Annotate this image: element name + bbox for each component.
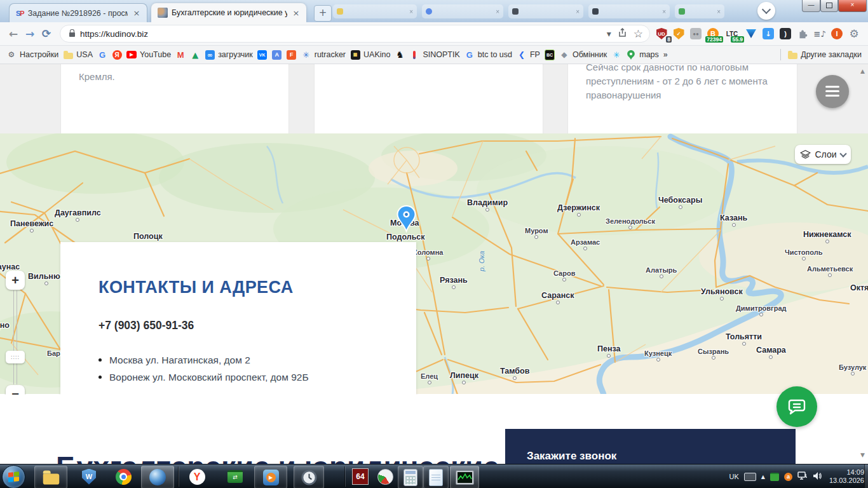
forward-button[interactable]: → <box>22 27 38 40</box>
zoom-out-button[interactable]: − <box>6 385 25 395</box>
ext-info-icon[interactable]: I <box>831 27 843 40</box>
translate-icon: A <box>272 50 282 60</box>
folder-icon <box>63 50 73 60</box>
map-city-label: Гродно <box>0 321 10 330</box>
taskbar-chrome[interactable] <box>111 466 136 487</box>
taskbar-notepad[interactable] <box>423 466 449 488</box>
bookmark-youtube[interactable]: ▶YouTube <box>126 50 171 60</box>
language-indicator[interactable]: UK <box>729 473 739 480</box>
taskbar-memory-tool[interactable]: ⇄ <box>222 466 248 487</box>
bookmark-gmail[interactable]: M <box>175 50 186 60</box>
ext-playlist-icon[interactable]: ≡♪ <box>813 27 826 40</box>
bookmark-fp[interactable]: ❮FP <box>517 50 540 60</box>
bookmark-maps[interactable]: maps <box>626 50 659 60</box>
bookmark-star-icon[interactable]: ☆ <box>634 27 643 40</box>
back-button[interactable]: ← <box>5 27 22 40</box>
scroll-down-arrow[interactable]: ▼ <box>860 452 865 458</box>
bookmark-sinoptik[interactable]: SINOPTIK <box>409 50 459 60</box>
moscow-placemark-icon[interactable] <box>397 205 416 235</box>
gauge-icon <box>377 469 393 485</box>
other-bookmarks[interactable]: Другие закладки <box>787 50 862 60</box>
ext-gear-globe-icon[interactable]: ⚙ <box>848 27 860 40</box>
ext-ud-shield-icon[interactable]: UD 8 <box>655 27 668 40</box>
maximize-button[interactable] <box>820 0 838 12</box>
bookmark-vk[interactable]: VK <box>257 50 268 60</box>
globe-icon <box>149 469 166 485</box>
taskbar-yandex-browser[interactable]: Y <box>184 466 210 487</box>
dropdown-caret-icon[interactable]: ▾ <box>607 29 611 39</box>
bookmark-yandex[interactable]: Я <box>112 50 122 60</box>
page-menu-button[interactable] <box>816 75 849 108</box>
monitor-graph-icon <box>456 470 474 485</box>
layers-button[interactable]: Слои <box>795 145 851 164</box>
keyboard-icon[interactable] <box>744 473 756 481</box>
map-city-label: Октябрьский <box>850 283 868 292</box>
taskbar-explorer[interactable] <box>34 466 67 488</box>
google-icon: G <box>97 50 107 60</box>
taskbar-aida64[interactable]: 64 <box>348 466 372 487</box>
green-tray-icon[interactable] <box>770 473 779 481</box>
tab-2-active[interactable]: Бухгалтерские и юридические ус × <box>151 3 306 22</box>
taskbar-shield-app[interactable]: W <box>76 466 102 487</box>
taskbar-media-player[interactable]: ▶ <box>254 466 287 488</box>
speaker-icon[interactable] <box>813 471 822 482</box>
network-icon[interactable] <box>797 471 808 482</box>
map-city-label: Дзержинск <box>557 203 600 212</box>
tab-search-button[interactable] <box>757 2 775 20</box>
ext-ltc-icon[interactable]: LTC 55.9 <box>724 27 740 40</box>
bookmark-kyivstar[interactable]: ✳ <box>611 50 621 60</box>
ext-adguard-icon[interactable]: ✓ <box>672 27 685 40</box>
bookmark-btc-usd[interactable]: Gbtc to usd <box>465 50 512 60</box>
zoom-slider[interactable] <box>13 290 17 384</box>
taskbar-globe-browser[interactable] <box>141 466 174 488</box>
taskbar-clock-app[interactable] <box>294 466 324 488</box>
hidden-icons-arrow[interactable]: ▲ <box>761 474 765 480</box>
ext-v-gem-icon[interactable] <box>745 27 757 40</box>
scroll-up-arrow[interactable]: ▲ <box>860 68 865 74</box>
minimize-button[interactable]: — <box>802 0 820 12</box>
new-tab-button[interactable]: + <box>314 5 332 22</box>
share-icon[interactable] <box>618 28 627 39</box>
bookmark-bc[interactable]: BC <box>545 50 555 60</box>
bookmark-rutracker[interactable]: ✳rutracker <box>301 50 346 60</box>
bookmark-loader[interactable]: ∞загрузчик <box>205 50 253 60</box>
bookmark-folder-usa[interactable]: USA <box>63 50 93 60</box>
chat-button[interactable] <box>776 386 817 427</box>
start-button[interactable] <box>2 465 25 488</box>
close-button[interactable]: × <box>838 0 867 12</box>
ext-puzzle-icon[interactable] <box>796 27 809 40</box>
ext-dark-moon-icon[interactable]: ) <box>779 27 792 40</box>
contact-phone: +7 (903) 650-91-36 <box>98 319 194 332</box>
tab1-close-icon[interactable]: × <box>132 8 142 18</box>
bookmark-exchange[interactable]: ◆Обмінник <box>559 50 607 60</box>
ext-bitcoin-icon[interactable]: B 72394 <box>707 27 719 40</box>
taskbar-calculator[interactable] <box>398 466 423 488</box>
chat-bubble-icon <box>786 396 808 417</box>
taskbar-system-monitor[interactable] <box>450 466 479 488</box>
map-city-label: Арзамас <box>571 238 600 246</box>
tab2-close-icon[interactable]: × <box>291 8 301 18</box>
taskbar-clock[interactable]: 14:09 13.03.2026 <box>829 468 864 485</box>
bookmarks-bar: ⚙Настройки USA G Я ▶YouTube M ▲ ∞загрузч… <box>0 46 868 64</box>
bookmark-translate[interactable]: A <box>272 50 282 60</box>
bookmark-chess[interactable]: ♞ <box>395 50 405 60</box>
ext-clipboard-icon[interactable]: ●● <box>689 27 702 40</box>
bookmark-uakino[interactable]: ▦UAKino <box>350 50 390 60</box>
bookmark-settings[interactable]: ⚙Настройки <box>6 50 58 60</box>
zoom-in-button[interactable]: + <box>6 271 25 290</box>
taskbar-gauge-tool[interactable] <box>374 466 397 487</box>
tab-1[interactable]: SP Задание №2918926 - просмотр з × <box>9 3 147 22</box>
reload-button[interactable]: ⟳ <box>38 27 55 40</box>
map-city-label: Самара <box>756 346 786 355</box>
bullet-icon <box>98 358 102 362</box>
bookmark-f-site[interactable]: F <box>287 50 297 60</box>
yandex-map[interactable]: Владимир Дзержинск Чебоксары Зеленодольс… <box>0 133 868 395</box>
bookmark-google[interactable]: G <box>97 50 107 60</box>
bookmarks-overflow[interactable]: » <box>663 50 668 59</box>
bookmark-drive[interactable]: ▲ <box>190 50 200 60</box>
ext-downloader-icon[interactable]: ↓ <box>762 27 775 40</box>
show-desktop-button[interactable] <box>864 464 868 488</box>
address-bar[interactable]: https://kudinov.biz ▾ ☆ <box>60 25 650 43</box>
ruler-button[interactable]: :::: <box>6 351 25 363</box>
orange-tray-icon[interactable]: a <box>784 473 792 481</box>
